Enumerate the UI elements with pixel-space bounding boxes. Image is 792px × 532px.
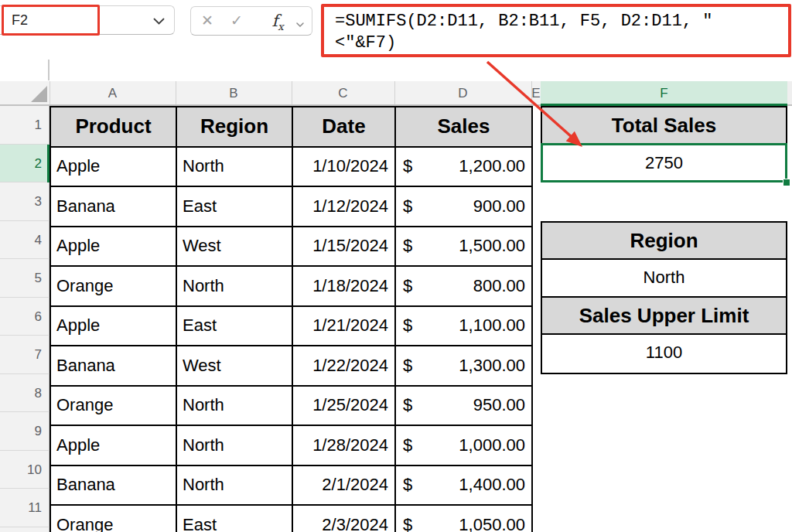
formula-input[interactable]: =SUMIFS(D2:D11, B2:B11, F5, D2:D11, "<"&… bbox=[335, 11, 712, 54]
cell-B7[interactable]: West bbox=[176, 346, 292, 386]
sales-value: 950.00 bbox=[473, 395, 525, 415]
sales-value: 800.00 bbox=[473, 276, 525, 296]
row-header-4[interactable]: 4 bbox=[0, 221, 50, 260]
cell-C9[interactable]: 1/28/2024 bbox=[292, 425, 395, 466]
row-header-9[interactable]: 9 bbox=[0, 412, 50, 451]
cell-B2[interactable]: North bbox=[176, 147, 292, 187]
column-header-separator bbox=[292, 81, 293, 104]
cell-B8[interactable]: North bbox=[176, 386, 292, 426]
cell-A4[interactable]: Apple bbox=[50, 227, 176, 267]
cell-F2-selected[interactable]: 2750 bbox=[541, 143, 787, 183]
cell-B9[interactable]: North bbox=[176, 425, 292, 466]
excel-window: F2 ✕ ✓ fx =SUMIFS(D2:D11, B2:B11, F5, D2… bbox=[0, 0, 792, 532]
cancel-icon[interactable]: ✕ bbox=[198, 6, 217, 36]
cell-B4[interactable]: West bbox=[176, 227, 292, 267]
cell-C8[interactable]: 1/25/2024 bbox=[292, 386, 395, 426]
cell-A6[interactable]: Apple bbox=[50, 306, 176, 346]
column-title-region[interactable]: Region bbox=[176, 107, 292, 147]
row-header-8[interactable]: 8 bbox=[0, 374, 50, 413]
row-header-6[interactable]: 6 bbox=[0, 298, 50, 336]
cell-C2[interactable]: 1/10/2024 bbox=[292, 147, 395, 187]
name-box[interactable]: F2 bbox=[12, 7, 28, 33]
row-header-2[interactable]: 2 bbox=[0, 145, 50, 183]
cell-D2[interactable]: $1,200.00 bbox=[395, 147, 532, 187]
row-header-1[interactable]: 1 bbox=[0, 106, 50, 145]
column-header-A[interactable]: A bbox=[50, 81, 176, 105]
cell-A7[interactable]: Banana bbox=[50, 346, 176, 386]
enter-icon[interactable]: ✓ bbox=[227, 6, 246, 36]
cell-A8[interactable]: Orange bbox=[50, 386, 176, 426]
cell-A11[interactable]: Orange bbox=[50, 505, 176, 532]
cell-D9[interactable]: $1,000.00 bbox=[395, 425, 532, 466]
sales-value: 1,300.00 bbox=[459, 356, 525, 376]
criteria-block: RegionNorthSales Upper Limit1100 bbox=[541, 221, 787, 374]
cell-D5[interactable]: $800.00 bbox=[395, 266, 532, 306]
cell-B3[interactable]: East bbox=[176, 186, 292, 227]
name-box-chevron-down-icon[interactable] bbox=[153, 15, 165, 29]
sales-amount: $1,400.00 bbox=[396, 475, 531, 495]
sales-amount: $1,050.00 bbox=[396, 515, 531, 532]
row-header-5[interactable]: 5 bbox=[0, 259, 50, 298]
sales-amount: $1,100.00 bbox=[396, 315, 531, 336]
row-header-10[interactable]: 10 bbox=[0, 451, 50, 489]
column-title-product[interactable]: Product bbox=[50, 107, 176, 147]
column-header-separator bbox=[176, 81, 177, 104]
sales-amount: $900.00 bbox=[396, 196, 531, 217]
cell-A2[interactable]: Apple bbox=[50, 147, 176, 187]
cell-F5[interactable]: North bbox=[542, 260, 786, 298]
sales-data-table: ProductRegionDateSalesAppleNorth1/10/202… bbox=[50, 106, 533, 532]
cell-D4[interactable]: $1,500.00 bbox=[395, 227, 532, 267]
row-header-11[interactable]: 11 bbox=[0, 489, 50, 527]
cell-A9[interactable]: Apple bbox=[50, 425, 176, 466]
column-title-sales[interactable]: Sales bbox=[395, 107, 532, 147]
insert-function-icon[interactable]: fx bbox=[265, 6, 291, 36]
column-title-date[interactable]: Date bbox=[292, 107, 395, 147]
cell-D8[interactable]: $950.00 bbox=[395, 386, 532, 426]
cell-C5[interactable]: 1/18/2024 bbox=[292, 266, 395, 306]
row-header-7[interactable]: 7 bbox=[0, 336, 50, 374]
fill-handle[interactable] bbox=[783, 179, 790, 186]
fx-chevron-down-icon[interactable] bbox=[296, 17, 304, 31]
column-header-D[interactable]: D bbox=[394, 81, 531, 105]
currency-symbol: $ bbox=[403, 435, 412, 455]
cell-F6[interactable]: Sales Upper Limit bbox=[542, 298, 786, 336]
sales-amount: $950.00 bbox=[396, 395, 531, 415]
sales-amount: $1,000.00 bbox=[396, 435, 531, 455]
cell-A5[interactable]: Orange bbox=[50, 266, 176, 306]
sales-value: 1,200.00 bbox=[459, 156, 525, 176]
cell-D7[interactable]: $1,300.00 bbox=[395, 346, 532, 386]
column-header-B[interactable]: B bbox=[176, 81, 292, 105]
cell-D3[interactable]: $900.00 bbox=[395, 186, 532, 227]
cell-B6[interactable]: East bbox=[176, 306, 292, 346]
cell-A3[interactable]: Banana bbox=[50, 186, 176, 227]
column-header-C[interactable]: C bbox=[292, 81, 394, 105]
sales-amount: $800.00 bbox=[396, 276, 531, 296]
cell-F1[interactable]: Total Sales bbox=[541, 106, 787, 145]
cell-F7[interactable]: 1100 bbox=[542, 335, 786, 373]
formula-bar-highlight: =SUMIFS(D2:D11, B2:B11, F5, D2:D11, "<"&… bbox=[321, 4, 791, 57]
column-header-E[interactable]: E bbox=[531, 81, 541, 105]
formula-bar-divider bbox=[48, 60, 50, 80]
row-header-3[interactable]: 3 bbox=[0, 182, 50, 221]
cell-C4[interactable]: 1/15/2024 bbox=[292, 227, 395, 267]
fx-sub-glyph: x bbox=[278, 21, 283, 32]
cell-B5[interactable]: North bbox=[176, 266, 292, 306]
cell-C6[interactable]: 1/21/2024 bbox=[292, 306, 395, 346]
cell-B11[interactable]: East bbox=[176, 505, 292, 532]
cell-C3[interactable]: 1/12/2024 bbox=[292, 186, 395, 227]
cell-D11[interactable]: $1,050.00 bbox=[395, 505, 532, 532]
cell-C11[interactable]: 2/3/2024 bbox=[292, 505, 395, 532]
cell-C7[interactable]: 1/22/2024 bbox=[292, 346, 395, 386]
select-all-icon[interactable] bbox=[31, 86, 47, 102]
currency-symbol: $ bbox=[403, 276, 412, 296]
column-header-sliver bbox=[787, 81, 792, 104]
cell-D6[interactable]: $1,100.00 bbox=[395, 306, 532, 346]
cell-F4[interactable]: Region bbox=[542, 223, 786, 261]
cell-D10[interactable]: $1,400.00 bbox=[395, 466, 532, 506]
cell-C10[interactable]: 2/1/2024 bbox=[292, 466, 395, 506]
sales-value: 1,000.00 bbox=[459, 435, 525, 455]
cell-B10[interactable]: North bbox=[176, 466, 292, 506]
cell-A10[interactable]: Banana bbox=[50, 466, 176, 506]
formula-line-2: <"&F7) bbox=[335, 33, 396, 53]
column-header-F[interactable]: F bbox=[541, 81, 787, 105]
